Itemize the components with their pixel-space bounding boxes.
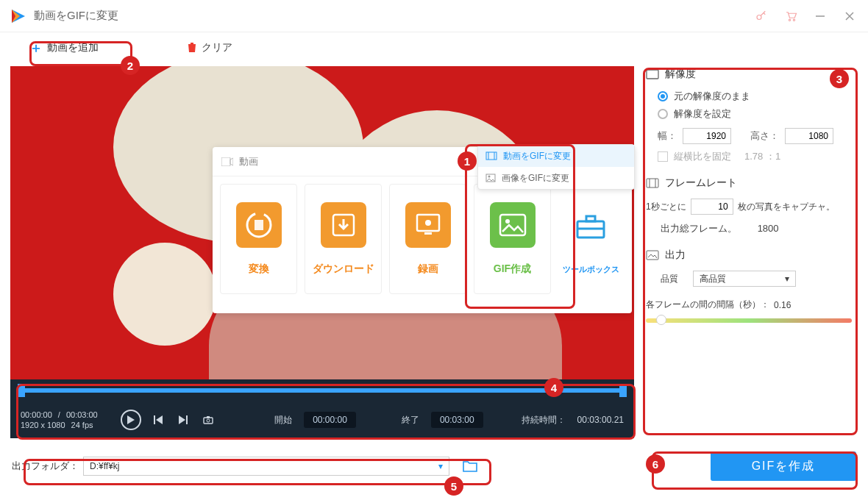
checkbox-icon xyxy=(658,151,668,162)
annotation-5: 5 xyxy=(444,476,463,496)
svg-point-4 xyxy=(789,19,790,21)
svg-rect-13 xyxy=(424,232,432,235)
svg-point-16 xyxy=(505,219,510,224)
chevron-down-icon: ▾ xyxy=(438,461,443,471)
category-label: ダウンロード xyxy=(313,262,374,276)
category-download[interactable]: ダウンロード xyxy=(305,184,382,294)
submenu-image-to-gif[interactable]: 画像をGIFに変更 xyxy=(478,167,634,189)
radio-keep-original[interactable]: 元の解像度のまま xyxy=(658,90,852,103)
lock-aspect-checkbox[interactable]: 縦横比を固定 1.78 ：1 xyxy=(658,150,852,163)
height-label: 高さ： xyxy=(750,129,779,143)
app-logo-icon xyxy=(9,7,26,25)
category-toolbox[interactable]: ツールボックス xyxy=(558,184,623,294)
start-time[interactable]: 00:00:00 xyxy=(304,412,356,428)
download-icon xyxy=(321,202,366,248)
svg-point-5 xyxy=(793,19,794,21)
total-frames-label: 出力総フレーム。 xyxy=(661,223,737,234)
bottom-bar: 出力フォルダ： D:¥ff¥kj ▾ GIFを作成 xyxy=(0,443,868,490)
key-icon[interactable] xyxy=(752,7,771,26)
output-folder-label: 出力フォルダ： xyxy=(12,460,79,473)
video-small-icon xyxy=(221,157,233,166)
resolution-icon xyxy=(646,69,659,79)
category-label: GIF作成 xyxy=(494,262,531,276)
add-video-button[interactable]: ＋ 動画を追加 xyxy=(22,36,106,60)
slider-thumb[interactable] xyxy=(656,315,666,325)
svg-point-24 xyxy=(488,176,491,178)
next-button[interactable] xyxy=(175,412,191,428)
trash-icon xyxy=(187,41,197,55)
category-record[interactable]: 録画 xyxy=(389,184,466,294)
svg-point-14 xyxy=(425,220,431,226)
output-folder-combo[interactable]: D:¥ff¥kj ▾ xyxy=(83,457,449,476)
svg-rect-20 xyxy=(486,152,497,160)
title-bar: 動画をGIFに変更 xyxy=(0,0,868,32)
play-button[interactable] xyxy=(121,410,141,430)
category-label: 変換 xyxy=(249,262,269,276)
time-meta: 00:00:00/00:03:00 1920 x 108024 fps xyxy=(21,410,109,429)
annotation-1: 1 xyxy=(458,151,477,171)
add-video-label: 動画を追加 xyxy=(47,41,99,54)
radio-unchecked-icon xyxy=(658,109,668,119)
clear-label: クリア xyxy=(202,41,232,54)
timeline-track[interactable] xyxy=(18,388,627,393)
chevron-down-icon: ▾ xyxy=(785,274,789,284)
clear-button[interactable]: クリア xyxy=(187,41,232,55)
svg-marker-28 xyxy=(179,415,185,424)
annotation-3: 3 xyxy=(830,69,849,88)
end-handle[interactable] xyxy=(619,384,627,397)
radio-set-resolution[interactable]: 解像度を設定 xyxy=(658,107,852,121)
hold-value: 00:03:00.21 xyxy=(577,415,624,425)
svg-rect-7 xyxy=(221,157,230,166)
open-folder-button[interactable] xyxy=(460,456,480,476)
svg-point-3 xyxy=(757,15,761,19)
minimize-icon[interactable] xyxy=(811,7,830,26)
svg-rect-33 xyxy=(647,70,658,79)
annotation-4: 4 xyxy=(544,378,563,397)
category-convert[interactable]: 変換 xyxy=(220,184,297,294)
quality-label: 品質 xyxy=(661,273,678,285)
interval-slider[interactable] xyxy=(646,318,852,323)
svg-marker-8 xyxy=(230,158,233,165)
snapshot-button[interactable] xyxy=(200,412,216,428)
record-icon xyxy=(405,202,451,248)
start-handle[interactable] xyxy=(18,384,25,397)
cart-icon[interactable] xyxy=(781,7,800,26)
total-frames-value: 1800 xyxy=(758,223,779,234)
prev-button[interactable] xyxy=(150,412,166,428)
video-preview: 動画 変換 ダウンロード 録画 xyxy=(10,66,634,379)
radio-checked-icon xyxy=(658,91,668,101)
category-label: 録画 xyxy=(418,262,438,276)
svg-rect-29 xyxy=(186,415,188,424)
hold-label: 持続時間： xyxy=(522,414,566,426)
interval-value: 0.16 xyxy=(774,300,791,310)
close-icon[interactable] xyxy=(840,7,859,26)
end-label: 終了 xyxy=(402,414,419,426)
resolution-title: 解像度 xyxy=(665,68,696,81)
category-gif[interactable]: GIF作成 xyxy=(474,184,551,294)
quality-select[interactable]: 高品質 ▾ xyxy=(693,271,796,287)
image-icon xyxy=(485,174,496,182)
framerate-icon xyxy=(646,178,659,188)
convert-icon xyxy=(236,202,282,248)
gif-submenu: 動画をGIFに変更 画像をGIFに変更 xyxy=(477,144,635,190)
submenu-video-to-gif[interactable]: 動画をGIFに変更 xyxy=(478,145,634,167)
create-gif-button[interactable]: GIFを作成 xyxy=(711,451,856,481)
framerate-input[interactable] xyxy=(691,199,733,215)
annotation-6: 6 xyxy=(646,454,665,474)
settings-panel: 解像度 元の解像度のまま 解像度を設定 幅： 高さ： 縦横比を固定 1.78 ：… xyxy=(640,63,861,443)
height-input[interactable] xyxy=(785,128,833,144)
popup-header-label: 動画 xyxy=(239,155,258,168)
output-title: 出力 xyxy=(665,249,686,262)
category-label: ツールボックス xyxy=(563,264,619,275)
timeline: 00:00:00/00:03:00 1920 x 108024 fps 開始 0… xyxy=(10,379,634,438)
svg-rect-30 xyxy=(204,418,213,424)
svg-rect-10 xyxy=(255,220,263,230)
svg-rect-18 xyxy=(586,216,595,221)
width-input[interactable] xyxy=(683,128,731,144)
annotation-2: 2 xyxy=(121,56,140,75)
svg-rect-26 xyxy=(154,415,155,424)
output-icon xyxy=(646,250,659,260)
width-label: 幅： xyxy=(658,129,677,143)
end-time[interactable]: 00:03:00 xyxy=(431,412,483,428)
svg-marker-27 xyxy=(156,415,163,424)
